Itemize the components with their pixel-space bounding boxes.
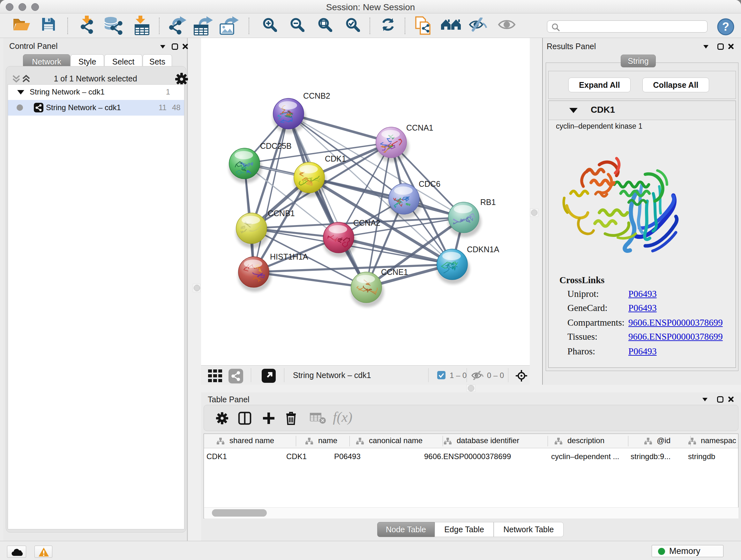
svg-text:CCNA2: CCNA2 xyxy=(353,219,381,227)
svg-text:HIST1H1A: HIST1H1A xyxy=(270,252,308,261)
svg-text:CCNB2: CCNB2 xyxy=(303,91,330,100)
svg-text:CDKN1A: CDKN1A xyxy=(467,245,499,254)
svg-text:CDC25B: CDC25B xyxy=(260,141,292,150)
svg-text:CCNB1: CCNB1 xyxy=(268,209,295,218)
svg-text:CDK1: CDK1 xyxy=(325,154,346,163)
svg-text:CDC6: CDC6 xyxy=(419,179,441,188)
svg-text:CCNA1: CCNA1 xyxy=(406,123,433,132)
svg-text:?: ? xyxy=(722,20,729,33)
svg-text:CCNE1: CCNE1 xyxy=(381,267,408,276)
svg-text:RB1: RB1 xyxy=(480,198,496,206)
